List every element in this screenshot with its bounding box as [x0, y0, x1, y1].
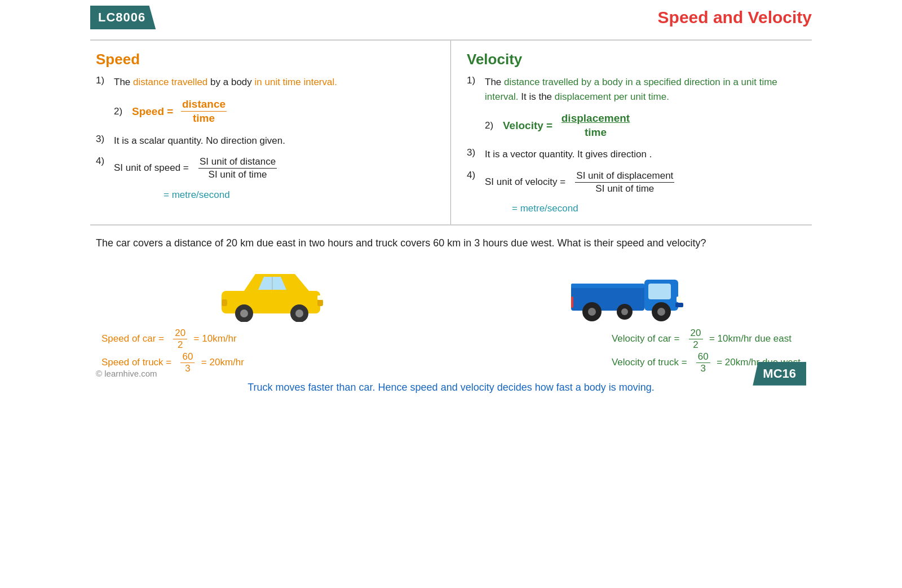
yellow-car-block [216, 260, 329, 322]
svg-rect-8 [317, 295, 323, 300]
speed-car-result: Speed of car = 20 2 = 10km/hr [101, 328, 244, 351]
speed-item-1-highlight2: in unit time interval. [255, 77, 337, 87]
speed-fraction: distance time [181, 98, 227, 126]
svg-point-16 [657, 308, 665, 316]
speed-item-3-num: 3) [96, 134, 114, 145]
yellow-car-icon [216, 260, 329, 322]
svg-point-3 [240, 310, 248, 317]
speed-item-4: 4) SI unit of speed = SI unit of distanc… [96, 156, 437, 181]
svg-point-14 [588, 308, 596, 316]
svg-rect-19 [676, 297, 682, 302]
velocity-item-1-num: 1) [467, 75, 485, 86]
speed-car-fraction: 20 2 [173, 328, 187, 351]
velocity-formula-num: 2) [485, 120, 503, 131]
speed-item-3: 3) It is a scalar quantity. No direction… [96, 134, 437, 148]
speed-item-1: 1) The distance travelled by a body in u… [96, 75, 437, 90]
speed-car-result-val: = 10km/hr [194, 333, 237, 344]
velocity-metre-line: = metre/second [467, 203, 806, 214]
velocity-formula-label: Velocity = [503, 120, 559, 132]
velocity-car-num: 20 [689, 328, 703, 339]
speed-item-1-num: 1) [96, 75, 114, 86]
speed-formula: 2) Speed = distance time [96, 98, 437, 126]
svg-rect-20 [675, 303, 683, 307]
svg-rect-12 [571, 284, 644, 288]
page-title: Speed and Velocity [658, 8, 812, 27]
copyright-text: © learnhive.com [96, 369, 157, 378]
blue-truck-icon [568, 260, 687, 322]
velocity-fraction: displacement time [560, 112, 631, 139]
velocity-numerator: displacement [560, 112, 631, 126]
velocity-item-1: 1) The distance travelled by a body in a… [467, 75, 806, 104]
speed-metre-line: = metre/second [96, 189, 437, 201]
speed-si-numerator: SI unit of distance [198, 156, 277, 169]
speed-si-denominator: SI unit of time [207, 169, 268, 181]
vehicles-row [96, 260, 806, 322]
speed-item-4-text: SI unit of speed = SI unit of distance S… [114, 156, 278, 181]
velocity-item-3: 3) It is a vector quantity. It gives dir… [467, 147, 806, 162]
speed-item-1-highlight1: distance travelled [133, 77, 207, 87]
header: LC8006 Speed and Velocity [90, 0, 812, 34]
velocity-item-3-text: It is a vector quantity. It gives direct… [485, 147, 652, 162]
velocity-heading: Velocity [467, 51, 806, 68]
velocity-column: Velocity 1) The distance travelled by a … [451, 41, 812, 224]
velocity-item-4: 4) SI unit of velocity = SI unit of disp… [467, 170, 806, 195]
speed-numerator: distance [181, 98, 227, 112]
velocity-car-den: 2 [691, 339, 700, 351]
velocity-car-fraction: 20 2 [689, 328, 703, 351]
mc-badge: MC16 [753, 362, 806, 386]
footer: © learnhive.com MC16 [96, 362, 806, 386]
velocity-denominator: time [583, 126, 608, 140]
velocity-item-1-highlight2: displacement per unit time. [555, 91, 669, 102]
speed-car-num: 20 [173, 328, 187, 339]
svg-rect-21 [571, 297, 573, 308]
velocity-item-4-text: SI unit of velocity = SI unit of displac… [485, 170, 676, 195]
velocity-formula: 2) Velocity = displacement time [467, 112, 806, 139]
velocity-car-result: Velocity of car = 20 2 = 10km/hr due eas… [612, 328, 801, 351]
blue-truck-block [568, 260, 687, 322]
problem-text: The car covers a distance of 20 km due e… [96, 236, 806, 251]
velocity-si-numerator: SI unit of displacement [575, 170, 674, 183]
svg-rect-6 [317, 299, 323, 306]
velocity-item-4-num: 4) [467, 170, 485, 181]
velocity-item-3-num: 3) [467, 147, 485, 158]
speed-item-1-text: The distance travelled by a body in unit… [114, 75, 337, 90]
svg-rect-7 [222, 299, 227, 306]
velocity-item-1-text: The distance travelled by a body in a sp… [485, 75, 806, 104]
speed-denominator: time [192, 112, 216, 126]
svg-rect-11 [648, 284, 671, 299]
speed-car-den: 2 [176, 339, 184, 351]
speed-si-fraction: SI unit of distance SI unit of time [198, 156, 277, 181]
content-columns: Speed 1) The distance travelled by a bod… [90, 39, 812, 226]
speed-item-3-text: It is a scalar quantity. No direction gi… [114, 134, 285, 148]
speed-item-4-num: 4) [96, 156, 114, 167]
velocity-si-denominator: SI unit of time [594, 183, 655, 195]
speed-column: Speed 1) The distance travelled by a bod… [90, 41, 451, 224]
velocity-si-fraction: SI unit of displacement SI unit of time [575, 170, 674, 195]
page-wrapper: LC8006 Speed and Velocity Speed 1) The d… [90, 0, 812, 394]
lc-badge: LC8006 [90, 6, 156, 29]
svg-point-18 [621, 308, 628, 315]
svg-point-5 [295, 310, 303, 317]
speed-heading: Speed [96, 51, 437, 68]
velocity-car-result-val: = 10km/hr due east [709, 333, 792, 344]
svg-rect-9 [571, 285, 644, 311]
speed-formula-label: Speed = [132, 105, 179, 118]
speed-formula-num: 2) [114, 106, 132, 117]
